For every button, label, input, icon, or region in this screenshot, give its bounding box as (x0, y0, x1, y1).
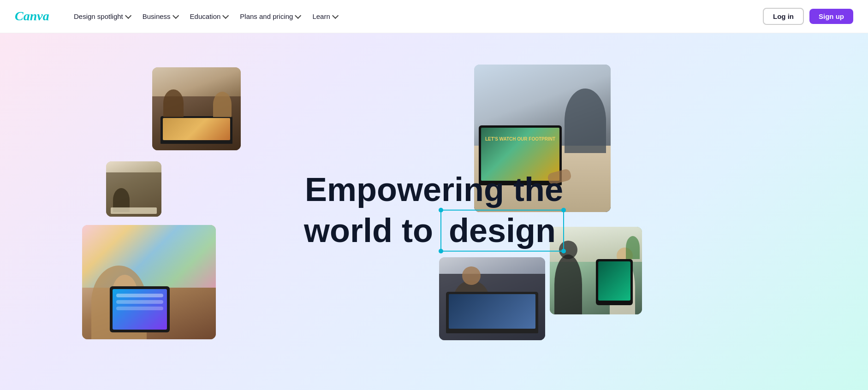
photo-card-3 (82, 225, 216, 339)
laptop-screen-text: LET'S WATCH OUR FOOTPRINT (485, 136, 556, 142)
nav-business[interactable]: Business (137, 9, 183, 24)
hero-design-word: design (449, 212, 556, 249)
nav-learn[interactable]: Learn (307, 9, 342, 24)
hero-text: Empowering the world to design (304, 171, 564, 252)
nav-plans-pricing[interactable]: Plans and pricing (234, 9, 305, 24)
hero-line2: world to design (304, 210, 564, 252)
hero-design-box-inner: design (449, 213, 556, 249)
nav-links: Design spotlight Business Education Plan… (68, 9, 763, 24)
design-spotlight-chevron-icon (125, 12, 131, 18)
signup-button[interactable]: Sign up (809, 9, 853, 24)
canva-logo[interactable]: Canva (15, 8, 52, 25)
learn-label: Learn (312, 12, 330, 20)
nav-actions: Log in Sign up (763, 8, 853, 25)
photo-card-5 (439, 257, 545, 340)
hero-line1: Empowering the (304, 171, 564, 208)
education-label: Education (190, 12, 221, 20)
learn-chevron-icon (332, 12, 339, 18)
nav-design-spotlight[interactable]: Design spotlight (68, 9, 135, 24)
hero-world-to: world to (304, 213, 433, 249)
plans-pricing-label: Plans and pricing (240, 12, 293, 20)
plans-pricing-chevron-icon (295, 12, 301, 18)
education-chevron-icon (222, 12, 229, 18)
photo-card-1 (152, 67, 241, 150)
nav-education[interactable]: Education (184, 9, 233, 24)
svg-text:Canva: Canva (15, 9, 49, 23)
hero-design-box: design (440, 210, 564, 252)
photo-card-2 (106, 161, 161, 217)
login-button[interactable]: Log in (763, 8, 804, 25)
business-label: Business (143, 12, 171, 20)
design-spotlight-label: Design spotlight (74, 12, 123, 20)
hero-section: LET'S WATCH OUR FOOTPRINT (0, 33, 868, 390)
business-chevron-icon (172, 12, 179, 18)
navbar: Canva Design spotlight Business Educatio… (0, 0, 868, 33)
